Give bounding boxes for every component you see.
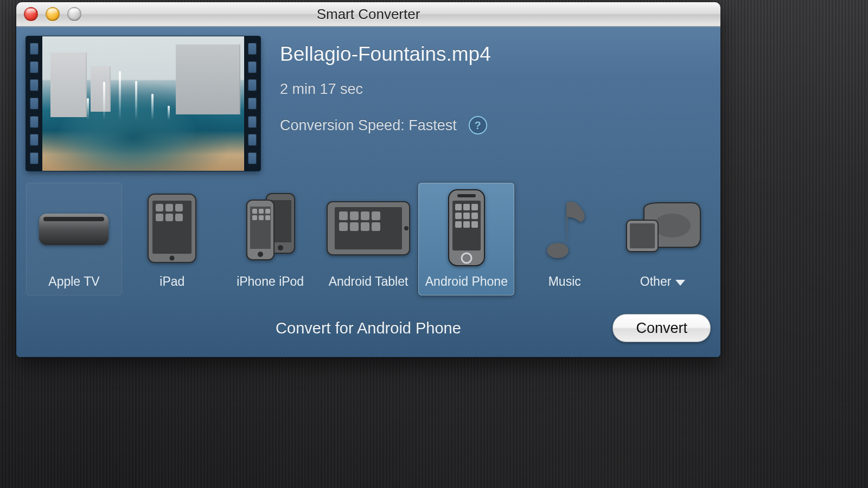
close-icon[interactable] bbox=[24, 7, 38, 21]
svg-rect-44 bbox=[455, 221, 462, 228]
help-icon[interactable]: ? bbox=[469, 116, 487, 134]
svg-rect-27 bbox=[361, 211, 369, 220]
conversion-speed-row: Conversion Speed: Fastest ? bbox=[280, 116, 711, 134]
preset-label: Android Tablet bbox=[329, 274, 409, 289]
svg-rect-40 bbox=[471, 204, 478, 210]
svg-rect-17 bbox=[252, 209, 257, 214]
svg-rect-25 bbox=[339, 211, 348, 220]
video-frame bbox=[42, 36, 244, 171]
svg-rect-10 bbox=[175, 214, 183, 221]
minimize-icon[interactable] bbox=[46, 7, 60, 21]
svg-rect-19 bbox=[265, 209, 270, 214]
svg-rect-29 bbox=[339, 222, 348, 231]
preset-music[interactable]: Music bbox=[516, 183, 612, 296]
zoom-icon[interactable] bbox=[67, 7, 81, 21]
svg-rect-6 bbox=[165, 204, 173, 211]
preset-label: Android Phone bbox=[425, 274, 508, 289]
filmstrip-right bbox=[244, 36, 260, 171]
preset-label: iPhone iPod bbox=[237, 274, 304, 289]
convert-target-label: Convert for Android Phone bbox=[26, 319, 711, 337]
svg-rect-7 bbox=[175, 204, 183, 211]
svg-rect-41 bbox=[455, 213, 462, 219]
preset-label: Other bbox=[640, 274, 672, 289]
file-info: Bellagio-Fountains.mp4 2 min 17 sec Conv… bbox=[280, 36, 711, 134]
android-tablet-icon bbox=[325, 187, 412, 269]
conversion-speed-label: Conversion Speed: Fastest bbox=[280, 117, 457, 134]
chevron-down-icon bbox=[675, 280, 685, 286]
file-name: Bellagio-Fountains.mp4 bbox=[280, 43, 711, 66]
svg-rect-32 bbox=[372, 222, 380, 231]
file-duration: 2 min 17 sec bbox=[280, 81, 711, 98]
preset-ipad[interactable]: iPad bbox=[124, 183, 220, 296]
android-phone-icon bbox=[443, 187, 490, 269]
app-window: Smart Converter bbox=[16, 2, 720, 357]
svg-rect-36 bbox=[457, 194, 476, 197]
svg-point-33 bbox=[404, 226, 409, 230]
preset-android-tablet[interactable]: Android Tablet bbox=[321, 183, 417, 296]
preset-label: iPad bbox=[159, 274, 184, 289]
svg-rect-30 bbox=[350, 222, 359, 231]
svg-rect-26 bbox=[350, 211, 359, 220]
window-controls bbox=[24, 2, 81, 26]
preset-strip: Apple TV iPad bbox=[26, 183, 711, 296]
video-thumbnail[interactable] bbox=[26, 36, 260, 171]
apple-tv-icon bbox=[36, 187, 112, 269]
svg-rect-46 bbox=[471, 221, 478, 228]
svg-point-4 bbox=[170, 255, 175, 260]
svg-rect-9 bbox=[165, 214, 173, 221]
window-title: Smart Converter bbox=[317, 6, 420, 23]
svg-rect-28 bbox=[372, 211, 380, 220]
preset-label: Apple TV bbox=[48, 274, 99, 289]
svg-rect-42 bbox=[463, 213, 470, 219]
preset-android-phone[interactable]: Android Phone bbox=[418, 183, 514, 296]
svg-rect-50 bbox=[630, 223, 655, 248]
preset-iphone-ipod[interactable]: iPhone iPod bbox=[222, 183, 318, 296]
preset-label: Music bbox=[548, 274, 581, 289]
preset-apple-tv[interactable]: Apple TV bbox=[26, 183, 122, 296]
titlebar[interactable]: Smart Converter bbox=[16, 2, 720, 27]
svg-rect-18 bbox=[259, 209, 264, 214]
svg-point-13 bbox=[278, 245, 283, 251]
svg-rect-38 bbox=[455, 204, 462, 210]
svg-rect-45 bbox=[463, 221, 470, 228]
svg-point-48 bbox=[654, 214, 691, 237]
svg-rect-5 bbox=[156, 204, 163, 211]
svg-rect-1 bbox=[43, 217, 104, 221]
other-devices-icon bbox=[622, 187, 704, 269]
svg-point-47 bbox=[547, 243, 569, 258]
filmstrip-left bbox=[26, 36, 42, 171]
file-summary-row: Bellagio-Fountains.mp4 2 min 17 sec Conv… bbox=[26, 36, 711, 171]
app-body: Bellagio-Fountains.mp4 2 min 17 sec Conv… bbox=[16, 27, 720, 357]
ipad-icon bbox=[145, 187, 199, 269]
svg-point-16 bbox=[258, 252, 263, 257]
svg-rect-39 bbox=[463, 204, 470, 210]
iphone-ipod-icon bbox=[240, 187, 300, 269]
action-bar: Convert for Android Phone Convert bbox=[26, 312, 711, 344]
music-icon bbox=[540, 187, 589, 269]
svg-rect-31 bbox=[361, 222, 369, 231]
svg-rect-20 bbox=[252, 215, 257, 220]
preset-other[interactable]: Other bbox=[615, 183, 711, 296]
svg-rect-21 bbox=[259, 215, 264, 220]
svg-rect-22 bbox=[265, 215, 270, 220]
svg-rect-43 bbox=[471, 213, 478, 219]
svg-rect-8 bbox=[156, 214, 163, 221]
